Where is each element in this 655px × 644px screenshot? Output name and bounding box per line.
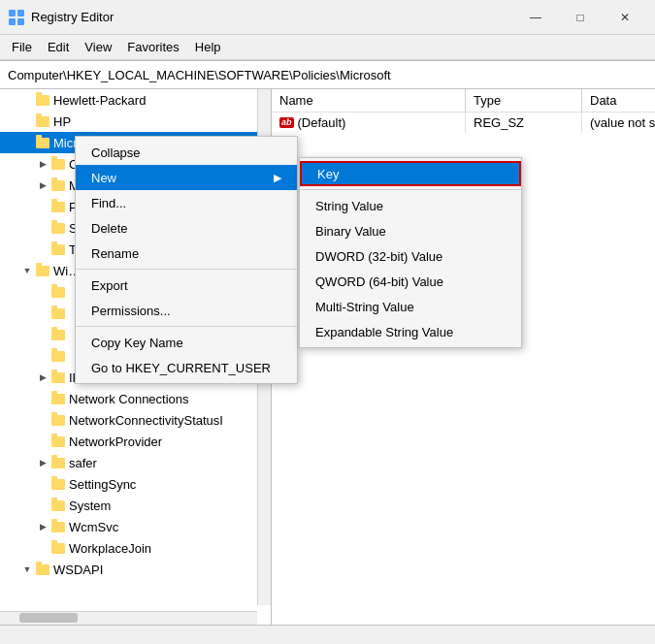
ctx-copy-key-name[interactable]: Copy Key Name [76,330,297,355]
folder-icon [50,455,66,470]
menu-bar: File Edit View Favorites Help [0,35,655,60]
folder-icon [50,391,66,406]
ctx-new[interactable]: New ▶ [76,165,297,190]
folder-icon [35,113,50,129]
folder-icon [50,306,66,321]
folder-icon [35,92,50,108]
tree-label: SettingSync [69,477,136,492]
expander [35,434,50,449]
col-header-type: Type [466,89,582,112]
expander-safer: ▶ [35,455,50,470]
menu-view[interactable]: View [77,38,119,56]
sub-expandable-string-value[interactable]: Expandable String Value [300,319,521,344]
ctx-rename[interactable]: Rename [76,241,297,266]
reg-name-default: ab (Default) [272,113,466,133]
folder-icon [50,519,66,534]
tree-label: NetworkProvider [69,435,162,449]
expander-tp [35,242,50,257]
close-button[interactable]: ✕ [603,0,647,35]
expander-wcmsvc: ▶ [35,519,50,534]
expander-pe [35,199,50,214]
tree-label: safer [69,456,97,470]
folder-icon [50,242,66,257]
window-controls: — □ ✕ [513,0,647,35]
sub-key[interactable]: Key [300,161,521,186]
tree-item-network-connections[interactable]: Network Connections [0,388,271,409]
tree-item-wcmsvc[interactable]: ▶ WcmSvc [0,516,271,537]
ctx-delete[interactable]: Delete [76,215,297,241]
expander-ipsec: ▶ [35,370,50,385]
registry-row-default[interactable]: ab (Default) REG_SZ (value not se [272,113,655,134]
tree-label: WcmSvc [69,520,118,534]
tree-item-wsdapi[interactable]: ▼ WSDAPI [0,559,271,580]
tree-item-settingsync[interactable]: SettingSync [0,473,271,495]
expander [35,306,50,321]
expander-wsdapi: ▼ [19,562,35,577]
tree-item-workplacejoin[interactable]: WorkplaceJoin [0,537,271,559]
ctx-export[interactable]: Export [76,273,297,298]
tree-label: HP [53,114,71,129]
expander-hewlett-packard [19,92,35,108]
svg-rect-0 [9,10,16,16]
expander-mi: ▶ [35,177,50,193]
menu-edit[interactable]: Edit [40,38,77,56]
folder-icon [50,199,66,214]
menu-favorites[interactable]: Favorites [119,38,186,56]
tree-label: WorkplaceJoin [69,541,151,556]
sub-sep1 [300,189,521,190]
ctx-goto-hkcu[interactable]: Go to HKEY_CURRENT_USER [76,355,297,380]
tree-item-hp[interactable]: HP [0,111,271,132]
expander [35,498,50,513]
svg-rect-2 [9,18,16,25]
folder-icon [50,498,66,513]
title-bar: Registry Editor — □ ✕ [0,0,655,35]
folder-icon [50,220,66,236]
tree-item-safer[interactable]: ▶ safer [0,452,271,473]
expander [35,327,50,342]
ctx-permissions[interactable]: Permissions... [76,298,297,323]
svg-rect-1 [17,10,24,16]
tree-item-system[interactable]: System [0,495,271,516]
sub-string-value[interactable]: String Value [300,193,521,218]
expander [35,348,50,364]
expander-microsoft [19,135,35,150]
tree-item-networkconnectivity[interactable]: NetworkConnectivityStatusI [0,409,271,431]
address-bar: Computer\HKEY_LOCAL_MACHINE\SOFTWARE\Pol… [0,60,655,89]
expander-wi: ▼ [19,263,35,278]
col-header-data: Data [582,89,655,112]
folder-icon [50,540,66,556]
tree-label: NetworkConnectivityStatusI [69,413,223,428]
column-headers: Name Type Data [272,89,655,113]
folder-icon [50,476,66,492]
folder-icon [50,177,66,193]
status-bar [0,625,655,644]
submenu-arrow: ▶ [274,172,281,184]
sub-multi-string-value[interactable]: Multi-String Value [300,294,521,319]
tree-item-networkprovider[interactable]: NetworkProvider [0,431,271,452]
menu-file[interactable]: File [4,38,40,56]
ab-icon: ab [279,117,294,128]
ctx-sep2 [76,326,297,327]
ctx-collapse[interactable]: Collapse [76,140,297,165]
expander [35,284,50,300]
sub-binary-value[interactable]: Binary Value [300,218,521,243]
expander-sy [35,220,50,236]
sub-dword-value[interactable]: DWORD (32-bit) Value [300,243,521,269]
maximize-button[interactable]: □ [558,0,603,35]
folder-icon [35,135,50,150]
expander [35,540,50,556]
app-icon [8,9,25,26]
menu-help[interactable]: Help [187,38,229,56]
folder-icon [35,562,50,577]
minimize-button[interactable]: — [513,0,558,35]
sub-menu: Key String Value Binary Value DWORD (32-… [299,157,522,348]
folder-icon [50,434,66,449]
tree-item-hewlett-packard[interactable]: Hewlett-Packard [0,89,271,111]
hscroll-thumb[interactable] [19,613,78,623]
horizontal-scrollbar[interactable] [0,611,257,625]
reg-name-text: (Default) [298,115,346,130]
tree-label: Network Connections [69,392,189,406]
sub-qword-value[interactable]: QWORD (64-bit) Value [300,269,521,294]
ctx-find[interactable]: Find... [76,190,297,215]
tree-label: WSDAPI [53,563,103,577]
